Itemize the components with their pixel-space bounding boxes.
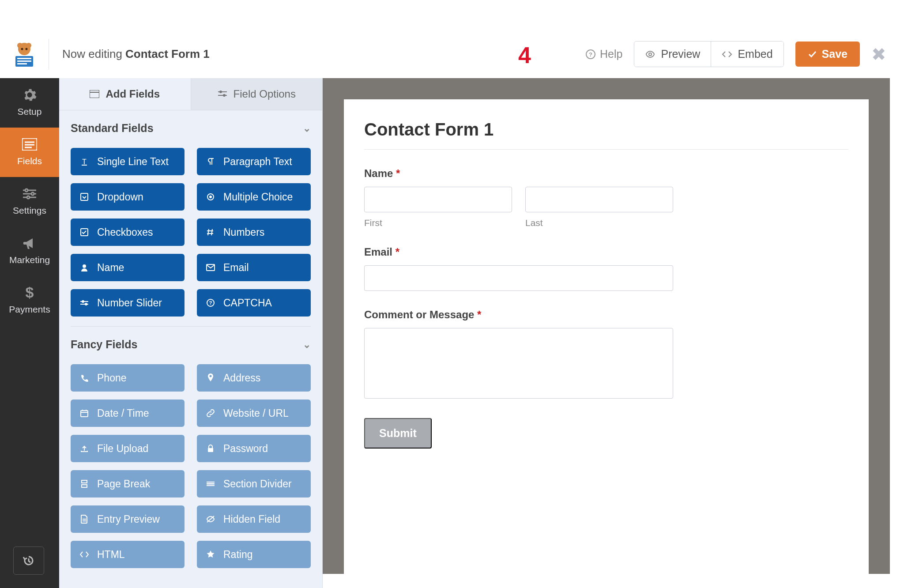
svg-point-38 — [82, 301, 84, 302]
svg-point-1 — [17, 43, 23, 48]
submit-button[interactable]: Submit — [364, 418, 432, 449]
field-password[interactable]: Password — [197, 435, 311, 462]
field-single-line-text[interactable]: TSingle Line Text — [71, 148, 185, 175]
standard-fields-header[interactable]: Standard Fields ⌄ — [59, 110, 322, 143]
save-label: Save — [822, 48, 848, 60]
field-phone[interactable]: Phone — [71, 364, 185, 392]
dropdown-icon — [79, 192, 89, 202]
field-label: Phone — [97, 372, 127, 384]
help-link[interactable]: ? Help — [586, 48, 622, 60]
embed-button[interactable]: Embed — [711, 41, 783, 67]
field-page-break[interactable]: Page Break — [71, 470, 185, 498]
sidebar-item-settings[interactable]: Settings — [0, 177, 59, 226]
preview-button[interactable]: Preview — [634, 41, 711, 67]
form-field-email[interactable]: Email * — [364, 246, 673, 291]
sidebar-item-fields[interactable]: Fields — [0, 128, 59, 177]
tab-label: Field Options — [234, 88, 296, 100]
code-icon — [722, 49, 732, 60]
field-email[interactable]: Email — [197, 254, 311, 281]
svg-point-43 — [210, 375, 212, 377]
field-numbers[interactable]: Numbers — [197, 219, 311, 246]
sliders-icon — [218, 90, 227, 98]
hash-icon — [206, 227, 215, 237]
slider-icon — [79, 298, 89, 308]
upload-icon — [79, 444, 89, 453]
eye-icon — [645, 49, 655, 60]
svg-rect-6 — [17, 58, 31, 59]
tab-label: Add Fields — [105, 88, 160, 100]
history-button[interactable] — [13, 547, 44, 575]
check-icon — [808, 50, 817, 59]
field-label: Section Divider — [223, 478, 292, 490]
radio-icon — [206, 192, 215, 202]
tab-field-options[interactable]: Field Options — [191, 78, 323, 110]
field-html[interactable]: HTML — [71, 541, 185, 568]
sidebar-item-label: Settings — [13, 205, 46, 216]
svg-rect-8 — [17, 63, 27, 64]
svg-point-21 — [27, 196, 30, 199]
close-button[interactable]: ✖ — [871, 44, 886, 64]
field-number-slider[interactable]: Number Slider — [71, 289, 185, 317]
lock-icon — [206, 444, 215, 453]
field-file-upload[interactable]: File Upload — [71, 435, 185, 462]
field-label: Single Line Text — [97, 156, 169, 168]
svg-point-19 — [31, 192, 34, 195]
preview-embed-group: Preview Embed — [634, 41, 783, 67]
svg-text:$: $ — [26, 285, 34, 300]
fancy-fields-header[interactable]: Fancy Fields ⌄ — [59, 327, 322, 360]
checkbox-icon — [79, 227, 89, 237]
comment-textarea[interactable] — [364, 328, 673, 399]
editing-label: Now editing Contact Form 1 — [62, 47, 210, 61]
field-rating[interactable]: Rating — [197, 541, 311, 568]
form-field-comment[interactable]: Comment or Message * — [364, 309, 673, 400]
dollar-icon: $ — [22, 285, 38, 301]
section-title: Standard Fields — [71, 122, 154, 135]
field-name[interactable]: Name — [71, 254, 185, 281]
sidebar-item-marketing[interactable]: Marketing — [0, 226, 59, 276]
field-multiple-choice[interactable]: Multiple Choice — [197, 183, 311, 211]
sidebar-item-label: Fields — [17, 156, 42, 166]
sidebar-item-setup[interactable]: Setup — [0, 78, 59, 128]
code-icon — [79, 550, 89, 559]
field-label: Email — [223, 262, 249, 274]
field-hidden-field[interactable]: Hidden Field — [197, 505, 311, 533]
field-captcha[interactable]: ?CAPTCHA — [197, 289, 311, 317]
save-button[interactable]: Save — [795, 41, 860, 67]
field-label: Checkboxes — [97, 226, 153, 238]
text-icon: T — [79, 157, 89, 166]
divider — [49, 39, 49, 70]
svg-text:?: ? — [209, 300, 212, 305]
last-name-input[interactable] — [525, 187, 673, 212]
field-website-url[interactable]: Website / URL — [197, 400, 311, 427]
field-date-time[interactable]: Date / Time — [71, 400, 185, 427]
field-entry-preview[interactable]: Entry Preview — [71, 505, 185, 533]
app-logo — [9, 39, 40, 70]
field-paragraph-text[interactable]: Paragraph Text — [197, 148, 311, 175]
field-dropdown[interactable]: Dropdown — [71, 183, 185, 211]
fancy-fields-grid: Phone Address Date / Time Website / URL … — [59, 360, 322, 578]
field-section-divider[interactable]: Section Divider — [197, 470, 311, 498]
svg-point-3 — [21, 48, 23, 50]
field-label: Numbers — [223, 226, 264, 238]
tab-add-fields[interactable]: Add Fields — [59, 78, 191, 110]
required-mark: * — [396, 246, 399, 258]
field-address[interactable]: Address — [197, 364, 311, 392]
first-name-input[interactable] — [364, 187, 512, 212]
standard-fields-grid: TSingle Line Text Paragraph Text Dropdow… — [59, 143, 322, 326]
form-field-name[interactable]: Name * First Last — [364, 167, 673, 228]
svg-text:?: ? — [589, 51, 592, 58]
sidebar-item-label: Marketing — [9, 255, 50, 265]
field-label-name: Name * — [364, 167, 673, 180]
svg-point-17 — [25, 189, 28, 192]
sliders-icon — [22, 186, 38, 202]
star-icon — [206, 550, 215, 559]
required-mark: * — [477, 309, 481, 320]
history-icon — [22, 554, 35, 567]
sidebar-item-payments[interactable]: $ Payments — [0, 276, 59, 325]
email-input[interactable] — [364, 265, 673, 291]
paragraph-icon — [206, 157, 215, 166]
field-checkboxes[interactable]: Checkboxes — [71, 219, 185, 246]
svg-point-33 — [209, 196, 212, 198]
pin-icon — [206, 373, 215, 383]
title-divider — [364, 149, 848, 150]
